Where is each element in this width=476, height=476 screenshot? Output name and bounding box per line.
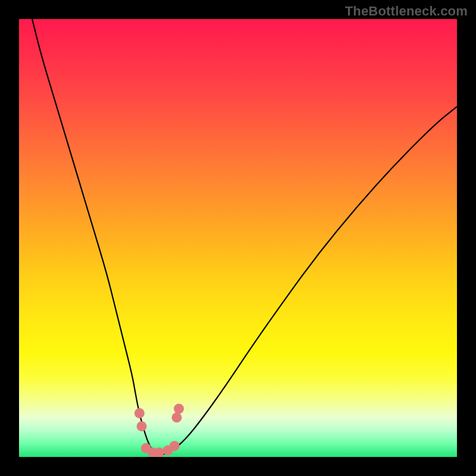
watermark-text: TheBottleneck.com: [345, 4, 468, 19]
marker-dot: [174, 404, 184, 414]
marker-dots: [134, 404, 184, 458]
marker-dot: [134, 408, 145, 418]
chart-svg: [19, 19, 457, 457]
marker-dot: [170, 441, 180, 451]
chart-frame: TheBottleneck.com: [0, 0, 476, 476]
marker-dot: [172, 412, 182, 422]
plot-area: [19, 19, 457, 457]
marker-dot: [137, 421, 147, 431]
bottleneck-curve: [32, 19, 457, 455]
